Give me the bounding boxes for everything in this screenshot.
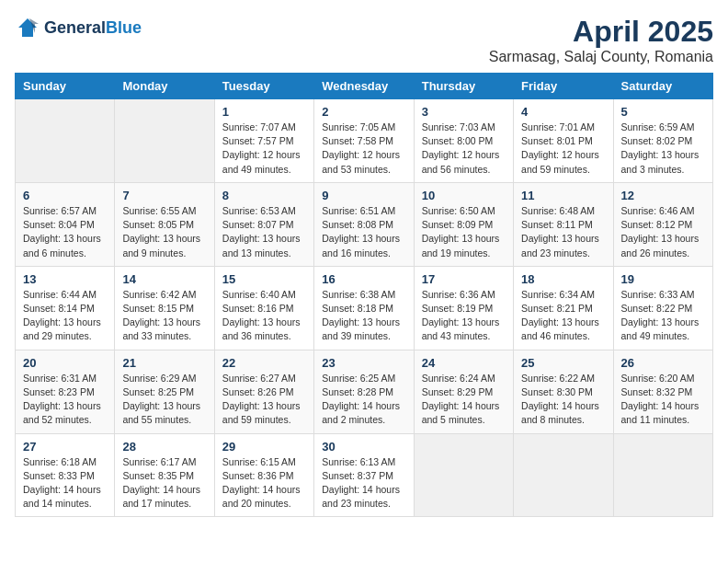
weekday-header-row: SundayMondayTuesdayWednesdayThursdayFrid… (16, 74, 713, 99)
day-info: Sunrise: 6:25 AM Sunset: 8:28 PM Dayligh… (322, 372, 405, 428)
day-info: Sunrise: 6:31 AM Sunset: 8:23 PM Dayligh… (23, 372, 107, 428)
month-title: April 2025 (489, 15, 713, 49)
calendar-week-row: 13Sunrise: 6:44 AM Sunset: 8:14 PM Dayli… (16, 266, 713, 350)
day-number: 6 (23, 189, 107, 202)
day-info: Sunrise: 6:24 AM Sunset: 8:29 PM Dayligh… (422, 372, 506, 428)
logo: GeneralBlue (15, 15, 142, 40)
day-info: Sunrise: 6:48 AM Sunset: 8:11 PM Dayligh… (521, 204, 605, 260)
day-info: Sunrise: 6:29 AM Sunset: 8:25 PM Dayligh… (122, 372, 206, 428)
calendar-cell: 2Sunrise: 7:05 AM Sunset: 7:58 PM Daylig… (314, 99, 414, 183)
weekday-header: Sunday (16, 74, 115, 99)
calendar-cell: 17Sunrise: 6:36 AM Sunset: 8:19 PM Dayli… (414, 266, 513, 350)
day-info: Sunrise: 6:27 AM Sunset: 8:26 PM Dayligh… (222, 372, 306, 428)
day-number: 24 (422, 356, 506, 370)
day-number: 19 (621, 272, 705, 286)
day-number: 3 (422, 105, 506, 119)
day-number: 23 (322, 356, 405, 370)
logo-general: GeneralBlue (44, 19, 142, 36)
calendar-cell: 5Sunrise: 6:59 AM Sunset: 8:02 PM Daylig… (613, 99, 712, 183)
calendar-cell: 24Sunrise: 6:24 AM Sunset: 8:29 PM Dayli… (414, 350, 513, 433)
day-number: 11 (521, 189, 605, 202)
calendar-cell: 27Sunrise: 6:18 AM Sunset: 8:33 PM Dayli… (16, 433, 115, 517)
day-info: Sunrise: 6:42 AM Sunset: 8:15 PM Dayligh… (122, 288, 206, 344)
day-number: 30 (322, 440, 405, 454)
day-number: 13 (23, 272, 107, 286)
day-number: 2 (322, 105, 405, 119)
day-number: 15 (222, 272, 306, 286)
day-number: 8 (222, 189, 306, 202)
calendar-cell: 3Sunrise: 7:03 AM Sunset: 8:00 PM Daylig… (414, 99, 513, 183)
day-number: 4 (521, 105, 605, 119)
day-info: Sunrise: 6:22 AM Sunset: 8:30 PM Dayligh… (521, 372, 605, 428)
weekday-header: Monday (115, 74, 214, 99)
calendar-cell: 4Sunrise: 7:01 AM Sunset: 8:01 PM Daylig… (514, 99, 613, 183)
calendar-cell: 25Sunrise: 6:22 AM Sunset: 8:30 PM Dayli… (514, 350, 613, 433)
calendar-cell: 8Sunrise: 6:53 AM Sunset: 8:07 PM Daylig… (214, 182, 313, 266)
calendar-week-row: 6Sunrise: 6:57 AM Sunset: 8:04 PM Daylig… (16, 182, 713, 266)
title-area: April 2025 Sarmasag, Salaj County, Roman… (489, 15, 713, 65)
day-info: Sunrise: 6:18 AM Sunset: 8:33 PM Dayligh… (23, 455, 107, 511)
calendar-cell: 28Sunrise: 6:17 AM Sunset: 8:35 PM Dayli… (115, 433, 214, 517)
calendar-cell: 18Sunrise: 6:34 AM Sunset: 8:21 PM Dayli… (514, 266, 613, 350)
day-info: Sunrise: 6:17 AM Sunset: 8:35 PM Dayligh… (122, 455, 206, 511)
day-number: 1 (222, 105, 306, 119)
calendar-cell (514, 433, 613, 517)
day-number: 10 (422, 189, 506, 202)
day-info: Sunrise: 6:55 AM Sunset: 8:05 PM Dayligh… (122, 204, 206, 260)
calendar-cell: 9Sunrise: 6:51 AM Sunset: 8:08 PM Daylig… (314, 182, 414, 266)
calendar: SundayMondayTuesdayWednesdayThursdayFrid… (15, 73, 713, 517)
day-info: Sunrise: 7:07 AM Sunset: 7:57 PM Dayligh… (222, 121, 306, 177)
day-info: Sunrise: 6:53 AM Sunset: 8:07 PM Dayligh… (222, 204, 306, 260)
day-info: Sunrise: 6:33 AM Sunset: 8:22 PM Dayligh… (621, 288, 705, 344)
day-info: Sunrise: 7:03 AM Sunset: 8:00 PM Dayligh… (422, 121, 506, 177)
day-info: Sunrise: 6:46 AM Sunset: 8:12 PM Dayligh… (621, 204, 705, 260)
day-info: Sunrise: 6:36 AM Sunset: 8:19 PM Dayligh… (422, 288, 506, 344)
header: GeneralBlue April 2025 Sarmasag, Salaj C… (15, 15, 713, 65)
day-number: 22 (222, 356, 306, 370)
day-info: Sunrise: 6:34 AM Sunset: 8:21 PM Dayligh… (521, 288, 605, 344)
day-info: Sunrise: 7:01 AM Sunset: 8:01 PM Dayligh… (521, 121, 605, 177)
calendar-cell: 7Sunrise: 6:55 AM Sunset: 8:05 PM Daylig… (115, 182, 214, 266)
day-number: 16 (322, 272, 405, 286)
weekday-header: Wednesday (314, 74, 414, 99)
day-info: Sunrise: 6:13 AM Sunset: 8:37 PM Dayligh… (322, 455, 405, 511)
day-info: Sunrise: 6:59 AM Sunset: 8:02 PM Dayligh… (621, 121, 705, 177)
day-info: Sunrise: 6:40 AM Sunset: 8:16 PM Dayligh… (222, 288, 306, 344)
day-number: 28 (122, 440, 206, 454)
calendar-cell: 11Sunrise: 6:48 AM Sunset: 8:11 PM Dayli… (514, 182, 613, 266)
day-info: Sunrise: 6:51 AM Sunset: 8:08 PM Dayligh… (322, 204, 405, 260)
calendar-week-row: 20Sunrise: 6:31 AM Sunset: 8:23 PM Dayli… (16, 350, 713, 433)
calendar-cell: 22Sunrise: 6:27 AM Sunset: 8:26 PM Dayli… (214, 350, 313, 433)
calendar-cell: 6Sunrise: 6:57 AM Sunset: 8:04 PM Daylig… (16, 182, 115, 266)
calendar-cell: 20Sunrise: 6:31 AM Sunset: 8:23 PM Dayli… (16, 350, 115, 433)
calendar-cell (16, 99, 115, 183)
calendar-week-row: 27Sunrise: 6:18 AM Sunset: 8:33 PM Dayli… (16, 433, 713, 517)
day-number: 17 (422, 272, 506, 286)
location-title: Sarmasag, Salaj County, Romania (489, 49, 713, 65)
calendar-cell: 30Sunrise: 6:13 AM Sunset: 8:37 PM Dayli… (314, 433, 414, 517)
logo-icon (15, 15, 40, 40)
calendar-cell: 13Sunrise: 6:44 AM Sunset: 8:14 PM Dayli… (16, 266, 115, 350)
calendar-cell: 14Sunrise: 6:42 AM Sunset: 8:15 PM Dayli… (115, 266, 214, 350)
day-info: Sunrise: 7:05 AM Sunset: 7:58 PM Dayligh… (322, 121, 405, 177)
calendar-cell (414, 433, 513, 517)
weekday-header: Tuesday (214, 74, 313, 99)
day-number: 5 (621, 105, 705, 119)
day-info: Sunrise: 6:15 AM Sunset: 8:36 PM Dayligh… (222, 455, 306, 511)
calendar-cell: 12Sunrise: 6:46 AM Sunset: 8:12 PM Dayli… (613, 182, 712, 266)
day-info: Sunrise: 6:57 AM Sunset: 8:04 PM Dayligh… (23, 204, 107, 260)
day-number: 29 (222, 440, 306, 454)
calendar-cell (613, 433, 712, 517)
day-info: Sunrise: 6:38 AM Sunset: 8:18 PM Dayligh… (322, 288, 405, 344)
day-number: 20 (23, 356, 107, 370)
day-number: 9 (322, 189, 405, 202)
calendar-cell (115, 99, 214, 183)
calendar-cell: 1Sunrise: 7:07 AM Sunset: 7:57 PM Daylig… (214, 99, 313, 183)
calendar-cell: 16Sunrise: 6:38 AM Sunset: 8:18 PM Dayli… (314, 266, 414, 350)
day-info: Sunrise: 6:44 AM Sunset: 8:14 PM Dayligh… (23, 288, 107, 344)
day-number: 26 (621, 356, 705, 370)
calendar-cell: 15Sunrise: 6:40 AM Sunset: 8:16 PM Dayli… (214, 266, 313, 350)
calendar-week-row: 1Sunrise: 7:07 AM Sunset: 7:57 PM Daylig… (16, 99, 713, 183)
day-info: Sunrise: 6:20 AM Sunset: 8:32 PM Dayligh… (621, 372, 705, 428)
weekday-header: Thursday (414, 74, 513, 99)
